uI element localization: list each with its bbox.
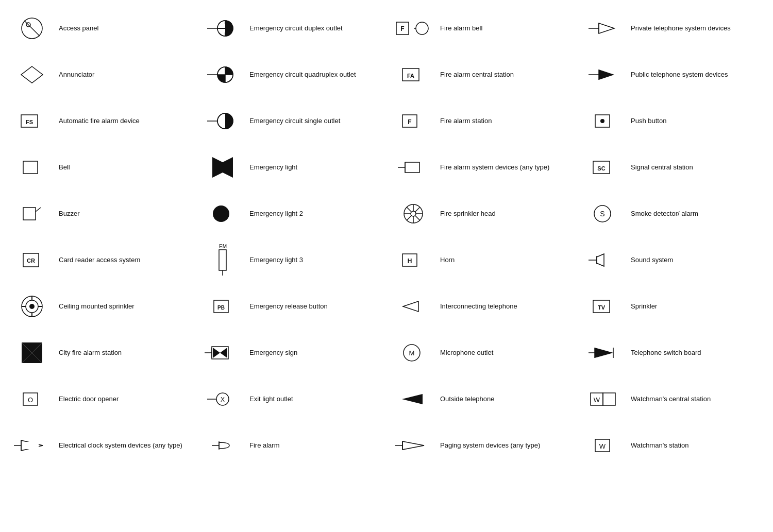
svg-text:M: M xyxy=(409,349,415,357)
item-auto-fire-alarm: FS Automatic fire alarm device xyxy=(5,98,196,144)
symbol-watchmans-station: W xyxy=(583,435,625,456)
label-card-reader: Card reader access system xyxy=(59,255,140,265)
item-watchmans-station: W Watchman's station xyxy=(577,422,768,469)
svg-text:O: O xyxy=(28,396,33,404)
svg-rect-44 xyxy=(405,162,419,173)
svg-text:SC: SC xyxy=(597,165,605,171)
item-fire-alarm-system: Fire alarm system devices (any type) xyxy=(386,144,577,191)
item-horn: H Horn xyxy=(386,237,577,283)
item-private-telephone: Private telephone system devices xyxy=(577,5,768,52)
label-signal-central: Signal central station xyxy=(631,163,693,172)
svg-marker-91 xyxy=(213,348,220,358)
label-fire-alarm-central: Fire alarm central station xyxy=(440,70,514,79)
svg-marker-19 xyxy=(21,66,43,83)
label-sound-system: Sound system xyxy=(631,255,673,265)
label-electrical-clock: Electrical clock system devices (any typ… xyxy=(59,441,182,450)
symbol-ec-single xyxy=(202,111,243,131)
item-fire-alarm: Fire alarm xyxy=(196,422,386,469)
label-access-panel: Access panel xyxy=(59,24,98,33)
svg-text:X: X xyxy=(221,396,225,403)
svg-text:W: W xyxy=(594,396,600,404)
item-fire-alarm-station: F Fire alarm station xyxy=(386,98,577,144)
symbol-private-telephone xyxy=(583,18,625,39)
symbol-electrical-clock xyxy=(11,433,53,458)
label-horn: Horn xyxy=(440,255,455,265)
symbol-ec-quadruplex xyxy=(202,64,243,85)
item-emergency-light: Emergency light xyxy=(196,144,386,191)
label-annunciator: Annunciator xyxy=(59,70,94,79)
svg-line-56 xyxy=(407,207,411,212)
label-ec-quadruplex: Emergency circuit quadruplex outlet xyxy=(249,70,356,79)
svg-marker-81 xyxy=(403,301,418,312)
svg-rect-47 xyxy=(23,208,36,220)
svg-text:TV: TV xyxy=(598,304,606,311)
symbol-fire-alarm xyxy=(202,435,243,456)
label-auto-fire-alarm: Automatic fire alarm device xyxy=(59,116,140,126)
item-paging-system: Paging system devices (any type) xyxy=(386,422,577,469)
label-outside-telephone: Outside telephone xyxy=(440,394,495,404)
symbol-fire-sprinkler xyxy=(393,201,434,227)
item-emergency-release: PB Emergency release button xyxy=(196,283,386,330)
symbol-push-button xyxy=(583,111,625,131)
item-ceiling-sprinkler: Ceiling mounted sprinkler xyxy=(5,283,196,330)
item-emergency-light-3: EM Emergency light 3 xyxy=(196,237,386,283)
symbol-emergency-release: PB xyxy=(202,296,243,317)
label-emergency-light: Emergency light xyxy=(249,163,297,172)
symbol-interconnecting-telephone xyxy=(393,296,434,317)
item-push-button: Push button xyxy=(577,98,768,144)
symbol-city-fire-alarm xyxy=(11,340,53,366)
label-emergency-light-3: Emergency light 3 xyxy=(249,255,303,265)
item-fire-alarm-bell: F Fire alarm bell xyxy=(386,5,577,52)
svg-marker-116 xyxy=(402,441,424,450)
svg-text:PB: PB xyxy=(217,305,225,311)
svg-line-1 xyxy=(24,21,40,36)
symbol-fire-alarm-system xyxy=(393,157,434,178)
label-bell: Bell xyxy=(59,163,70,172)
item-television-outlet: TV Sprinkler xyxy=(577,283,768,330)
symbol-fire-alarm-bell: F xyxy=(393,18,434,39)
item-watchmans-central: W Watchman's central station xyxy=(577,376,768,422)
label-microphone-outlet: Microphone outlet xyxy=(440,348,493,357)
item-bell: Bell xyxy=(5,144,196,191)
symbol-outside-telephone xyxy=(393,389,434,409)
item-telephone-switchboard: Telephone switch board xyxy=(577,330,768,376)
item-ec-duplex: Emergency circuit duplex outlet xyxy=(196,5,386,52)
svg-marker-104 xyxy=(402,394,423,404)
svg-text:H: H xyxy=(408,258,412,265)
item-ec-quadruplex: Emergency circuit quadruplex outlet xyxy=(196,52,386,98)
item-ec-single: Emergency circuit single outlet xyxy=(196,98,386,144)
symbol-telephone-switchboard xyxy=(583,342,625,363)
symbol-grid: Access panel Emergency circuit duplex ou… xyxy=(5,5,768,469)
item-buzzer: Buzzer xyxy=(5,191,196,237)
symbol-ec-duplex xyxy=(202,18,243,39)
symbol-electric-door-opener: O xyxy=(11,389,53,409)
svg-rect-65 xyxy=(219,250,226,270)
label-private-telephone: Private telephone system devices xyxy=(631,24,731,33)
symbol-emergency-light-2 xyxy=(202,203,243,224)
label-television-outlet: Sprinkler xyxy=(631,302,657,311)
label-ec-single: Emergency circuit single outlet xyxy=(249,116,340,126)
svg-text:FA: FA xyxy=(407,73,414,79)
svg-line-57 xyxy=(415,216,420,220)
symbol-sound-system xyxy=(583,250,625,270)
svg-line-59 xyxy=(407,216,411,220)
item-interconnecting-telephone: Interconnecting telephone xyxy=(386,283,577,330)
svg-text:F: F xyxy=(408,118,411,126)
label-fire-alarm: Fire alarm xyxy=(249,441,280,450)
item-card-reader: CR Card reader access system xyxy=(5,237,196,283)
item-signal-central: SC Signal central station xyxy=(577,144,768,191)
item-emergency-sign: Emergency sign xyxy=(196,330,386,376)
svg-marker-29 xyxy=(599,70,614,80)
item-fire-alarm-central: FA Fire alarm central station xyxy=(386,52,577,98)
symbol-signal-central: SC xyxy=(583,157,625,178)
symbol-emergency-light xyxy=(202,155,243,180)
svg-marker-92 xyxy=(220,348,227,358)
svg-text:S: S xyxy=(600,210,604,218)
item-smoke-detector: S Smoke detector/ alarm xyxy=(577,191,768,237)
label-electric-door-opener: Electric door opener xyxy=(59,394,119,404)
label-fire-alarm-station: Fire alarm station xyxy=(440,116,492,126)
symbol-horn: H xyxy=(393,250,434,270)
label-emergency-sign: Emergency sign xyxy=(249,348,297,357)
label-fire-alarm-system: Fire alarm system devices (any type) xyxy=(440,163,549,172)
svg-rect-39 xyxy=(23,161,38,174)
